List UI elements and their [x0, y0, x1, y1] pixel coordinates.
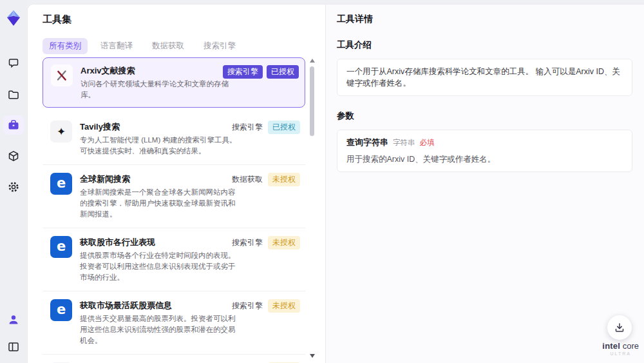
sidebar-item-files[interactable] — [3, 84, 24, 104]
tool-card-regional-news[interactable]: 万维地区新闻查询 查询具体行政区划内的新闻，快速了解各地新闻动态。 搜索引擎 未… — [43, 355, 305, 363]
param-required-flag: 必填 — [420, 138, 435, 148]
gear-icon — [7, 181, 20, 193]
tool-list: Arxiv文献搜索 访问各个研究领域大量科学论文和文章的存储库。 搜索引擎 已授… — [43, 57, 305, 363]
blue-e-logo-icon: e — [50, 236, 72, 258]
sidebar-item-account[interactable] — [3, 310, 24, 329]
tool-status-badge: 已授权 — [267, 65, 299, 79]
params-heading: 参数 — [337, 110, 632, 122]
tool-title: Arxiv文献搜索 — [80, 64, 243, 77]
tool-status-badge: 未授权 — [268, 173, 300, 186]
tool-category-label: 搜索引擎 — [232, 300, 263, 311]
tool-description: 全球新闻搜索是一个聚合全球各大新闻网站内容的搜索引擎，帮助用户快速获取全球最新资… — [80, 187, 242, 220]
chat-icon — [7, 57, 20, 70]
sidebar-item-settings[interactable] — [3, 177, 24, 197]
intel-core-logo: intel core ULTRA — [602, 342, 639, 358]
brand-ultra: ULTRA — [602, 350, 639, 358]
panel-toggle-icon — [7, 340, 20, 353]
tool-category-label: 数据获取 — [232, 174, 263, 185]
tavily-star-icon: ✦ — [50, 121, 72, 142]
tool-card-sector-performance[interactable]: e 获取股市各行业表现 提供股票市场各个行业在特定时间段内的表现。投资者可以利用… — [43, 228, 305, 291]
blue-e-logo-icon: e — [50, 173, 72, 195]
param-box: 查询字符串 字符串 必填 用于搜索的Arxiv ID、关键字或作者姓名。 — [337, 130, 632, 172]
tab-all-categories[interactable]: 所有类别 — [43, 38, 88, 54]
brand-intel: intel — [602, 341, 620, 351]
tool-title: 获取股市各行业表现 — [80, 236, 242, 249]
intro-text: 一个用于从Arxiv存储库搜索科学论文和文章的工具。 输入可以是Arxiv ID… — [346, 66, 623, 89]
param-name: 查询字符串 — [346, 137, 388, 148]
scroll-up-arrow[interactable] — [310, 59, 315, 63]
tool-card-active-stocks[interactable]: e 获取市场最活跃股票信息 提供当天交易量最高的股票列表。投资者可以利用这些信息… — [43, 291, 305, 355]
tool-description: 提供当天交易量最高的股票列表。投资者可以利用这些信息来识别流动性强的股票和潜在的… — [80, 313, 242, 346]
tool-category-label: 搜索引擎 — [232, 237, 263, 248]
tab-data-acquisition[interactable]: 数据获取 — [146, 38, 191, 54]
tool-status-badge: 已授权 — [268, 121, 300, 134]
param-description: 用于搜索的Arxiv ID、关键字或作者姓名。 — [346, 153, 623, 165]
briefcase-tools-icon — [7, 119, 20, 132]
tools-list-panel: 工具集 所有类别 语言翻译 数据获取 搜索引擎 Arxiv文献搜索 访问各个研究… — [28, 5, 325, 363]
blue-e-logo-icon: e — [50, 299, 72, 321]
tool-card-arxiv[interactable]: Arxiv文献搜索 访问各个研究领域大量科学论文和文章的存储库。 搜索引擎 已授… — [43, 57, 305, 108]
arxiv-logo-icon — [51, 64, 73, 86]
sidebar-item-chat[interactable] — [3, 54, 24, 73]
tab-search-engine[interactable]: 搜索引擎 — [197, 38, 242, 54]
intro-heading: 工具介绍 — [337, 39, 632, 51]
tool-title: Tavily搜索 — [80, 121, 242, 133]
download-button[interactable] — [607, 315, 632, 340]
sidebar-item-tools[interactable] — [3, 115, 24, 135]
scroll-down-arrow[interactable] — [310, 354, 315, 358]
page-title: 工具集 — [43, 14, 325, 26]
tab-language-translation[interactable]: 语言翻译 — [94, 38, 139, 54]
list-scrollbar[interactable] — [309, 59, 315, 358]
tool-description: 提供股票市场各个行业在特定时间段内的表现。投资者可以利用这些信息来识别表现优于或… — [80, 250, 242, 283]
tool-description: 专为人工智能代理 (LLM) 构建的搜索引擎工具。可快速提供实时、准确和真实的结… — [80, 135, 242, 157]
cube-icon — [7, 150, 20, 162]
tool-card-global-news[interactable]: e 全球新闻搜索 全球新闻搜索是一个聚合全球各大新闻网站内容的搜索引擎，帮助用户… — [43, 165, 305, 228]
user-icon — [7, 313, 20, 326]
sidebar-item-packages[interactable] — [3, 146, 24, 166]
tool-category-label: 搜索引擎 — [232, 122, 263, 133]
param-type: 字符串 — [393, 138, 415, 148]
category-tabs: 所有类别 语言翻译 数据获取 搜索引擎 — [43, 38, 325, 54]
app-logo-gem-icon — [4, 8, 23, 28]
sidebar-item-panel-toggle[interactable] — [3, 337, 24, 357]
tool-status-badge: 未授权 — [268, 236, 300, 250]
tool-description: 访问各个研究领域大量科学论文和文章的存储库。 — [80, 79, 243, 101]
tool-title: 获取市场最活跃股票信息 — [80, 299, 242, 312]
intro-box: 一个用于从Arxiv存储库搜索科学论文和文章的工具。 输入可以是Arxiv ID… — [337, 59, 632, 96]
folder-icon — [7, 88, 20, 101]
download-icon — [614, 322, 625, 333]
tool-title: 全球新闻搜索 — [80, 173, 242, 186]
tool-card-tavily[interactable]: ✦ Tavily搜索 专为人工智能代理 (LLM) 构建的搜索引擎工具。可快速提… — [43, 113, 305, 165]
left-rail — [0, 0, 27, 363]
main-content: 工具集 所有类别 语言翻译 数据获取 搜索引擎 Arxiv文献搜索 访问各个研究… — [27, 4, 644, 363]
detail-title: 工具详情 — [337, 14, 632, 25]
tool-category-badge: 搜索引擎 — [223, 65, 263, 79]
brand-core: core — [620, 341, 639, 351]
scrollbar-thumb[interactable] — [310, 66, 314, 136]
tool-status-badge: 未授权 — [268, 299, 300, 313]
tool-detail-panel: 工具详情 工具介绍 一个用于从Arxiv存储库搜索科学论文和文章的工具。 输入可… — [325, 5, 644, 363]
